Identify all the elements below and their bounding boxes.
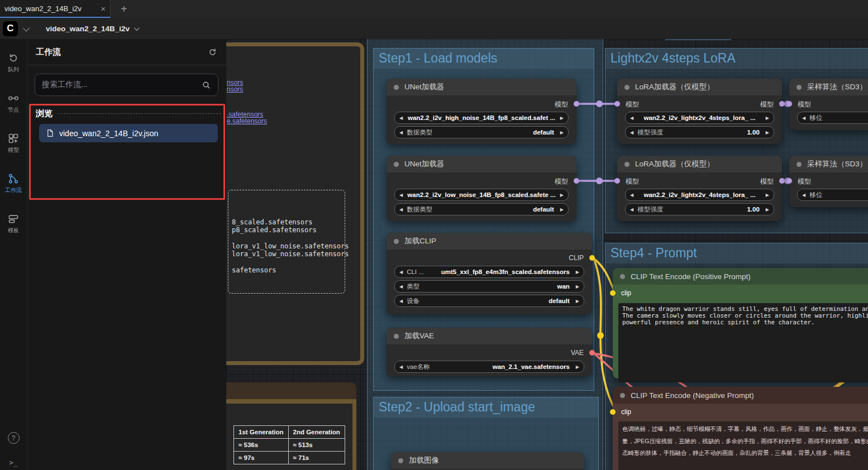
widget-left-arrow[interactable]: ◀ [399,299,403,304]
widget-left-arrow[interactable]: ◀ [399,207,403,212]
collapse-dot-icon[interactable] [620,393,625,398]
widget-left-arrow[interactable]: ◀ [630,116,633,121]
node-title-bar[interactable]: UNet加载器 [387,79,576,95]
node-title-bar[interactable]: 加载图像 [391,452,584,469]
node-title-bar[interactable]: CLIP Text Encode (Positive Prompt) [613,268,868,285]
node-load-image[interactable]: 加载图像 [391,452,584,470]
widget-right-arrow[interactable]: ▶ [766,116,769,121]
output-slot-模型[interactable] [574,101,579,107]
output-slot-模型[interactable] [574,178,579,184]
widget-移位[interactable]: ◀移位▶ [797,189,868,201]
widget-left-arrow[interactable]: ◀ [399,193,403,198]
input-slot-模型[interactable] [786,101,792,107]
widget-right-arrow[interactable]: ▶ [560,193,564,198]
widget-right-arrow[interactable]: ▶ [560,207,564,212]
node-sampler-sd3-2[interactable]: 采样算法（SD3）模型◀移位▶ [789,156,868,207]
widget-value[interactable]: ◀wan2.2_i2v_lightx2v_4steps_lora_ ...▶ [625,189,774,201]
widget-right-arrow[interactable]: ▶ [766,193,769,198]
widget-模型强度[interactable]: ◀模型强度1.00▶ [625,203,774,215]
chevron-down-icon[interactable] [23,24,30,31]
reroute-dot[interactable] [596,100,603,107]
chevron-down-icon[interactable] [134,25,140,31]
node-title-bar[interactable]: LoRA加载器（仅模型） [617,156,782,172]
collapse-dot-icon[interactable] [394,334,399,339]
collapse-dot-icon[interactable] [624,85,629,90]
new-tab-button[interactable]: + [111,0,137,18]
workflow-file-item[interactable]: video_wan2_2_14B_i2v.json [39,124,218,142]
reroute-dot[interactable] [596,178,603,184]
sidebar-item-models[interactable]: 模型 [0,127,27,160]
note-link[interactable]: nsors [227,85,243,93]
node-title-bar[interactable]: LoRA加载器（仅模型） [617,79,782,95]
widget-left-arrow[interactable]: ◀ [630,193,633,198]
node-title-bar[interactable]: 采样算法（SD3） [789,156,868,172]
help-icon[interactable]: ? [8,432,20,444]
terminal-icon[interactable]: >_ [9,458,18,467]
widget-right-arrow[interactable]: ▶ [560,116,564,121]
widget-right-arrow[interactable]: ▶ [576,270,579,275]
note-node-benchmark-header[interactable] [226,382,356,399]
widget-right-arrow[interactable]: ▶ [766,130,769,135]
collapse-dot-icon[interactable] [620,274,625,279]
widget-right-arrow[interactable]: ▶ [576,299,579,304]
collapse-dot-icon[interactable] [797,85,802,90]
node-unet-loader-2[interactable]: UNet加载器模型◀wan2.2_i2v_low_noise_14B_fp8_s… [387,156,576,221]
search-input[interactable]: 搜索工作流... [35,74,218,96]
refresh-icon[interactable] [208,47,217,57]
prompt-textarea[interactable]: 色调艳丽，过曝，静态，细节模糊不清，字幕，风格，作品，画作，画面，静止，整体发灰… [618,421,868,470]
sidebar-item-workflows[interactable]: 工作流 [0,167,27,200]
node-clip-text-positive[interactable]: CLIP Text Encode (Positive Prompt)clipTh… [613,268,868,378]
node-lora-loader-1[interactable]: LoRA加载器（仅模型）模型模型◀wan2.2_i2v_lightx2v_4st… [617,79,782,144]
widget-left-arrow[interactable]: ◀ [630,207,633,212]
widget-left-arrow[interactable]: ◀ [630,130,633,135]
widget-模型强度[interactable]: ◀模型强度1.00▶ [625,126,774,138]
widget-value[interactable]: ◀wan2.2_i2v_high_noise_14B_fp8_scaled.sa… [394,112,569,124]
widget-value[interactable]: ◀wan2.2_i2v_low_noise_14B_fp8_scaled.saf… [394,189,569,201]
node-title-bar[interactable]: 加载CLIP [387,233,592,250]
widget-left-arrow[interactable]: ◀ [802,193,805,198]
node-title-bar[interactable]: 加载VAE [387,328,592,344]
node-canvas[interactable]: Step1 - Load modelsStep2 - Upload start_… [226,39,868,470]
widget-right-arrow[interactable]: ▶ [766,207,769,212]
widget-left-arrow[interactable]: ◀ [802,116,805,121]
widget-vae名称[interactable]: ◀vae名称wan_2.1_vae.safetensors▶ [394,361,584,373]
node-sampler-sd3-1[interactable]: 采样算法（SD3）模型◀移位▶ [789,79,868,130]
widget-right-arrow[interactable]: ▶ [576,365,579,370]
collapse-dot-icon[interactable] [797,162,802,167]
node-unet-loader-1[interactable]: UNet加载器模型◀wan2.2_i2v_high_noise_14B_fp8_… [387,79,576,144]
workflow-name[interactable]: video_wan2_2_14B_i2v [46,25,130,33]
collapse-dot-icon[interactable] [398,458,403,463]
widget-left-arrow[interactable]: ◀ [399,116,403,121]
reroute-dot[interactable] [597,332,604,339]
widget-数据类型[interactable]: ◀数据类型default▶ [394,203,569,215]
collapse-dot-icon[interactable] [394,239,399,244]
output-slot-模型[interactable] [779,101,785,107]
node-title-bar[interactable]: 采样算法（SD3） [789,79,868,95]
widget-CLI ...[interactable]: ◀CLI ...umt5_xxl_fp8_e4m3fn_scaled.safet… [394,266,584,278]
widget-right-arrow[interactable]: ▶ [560,130,564,135]
widget-left-arrow[interactable]: ◀ [399,130,403,135]
widget-left-arrow[interactable]: ◀ [399,270,403,275]
node-load-vae[interactable]: 加载VAEVAE◀vae名称wan_2.1_vae.safetensors▶ [387,328,592,376]
sidebar-item-templates[interactable]: 模板 [0,208,27,240]
collapse-dot-icon[interactable] [624,162,629,167]
widget-value[interactable]: ◀wan2.2_i2v_lightx2v_4steps_lora_ ...▶ [625,112,774,124]
node-clip-text-negative[interactable]: CLIP Text Encode (Negative Prompt)clip色调… [613,387,868,470]
node-title-bar[interactable]: CLIP Text Encode (Negative Prompt) [613,387,868,404]
prompt-textarea[interactable]: The white dragon warrior stands still, e… [618,303,868,382]
note-link[interactable]: e.safetensors [227,117,267,125]
input-slot-clip[interactable] [610,290,616,296]
widget-left-arrow[interactable]: ◀ [399,284,403,289]
node-load-clip[interactable]: 加载CLIPCLIP◀CLI ...umt5_xxl_fp8_e4m3fn_sc… [387,233,592,314]
input-slot-模型[interactable] [614,101,620,107]
collapse-dot-icon[interactable] [394,162,399,167]
input-slot-模型[interactable] [786,178,792,184]
sidebar-item-nodes[interactable]: 节点 [0,87,27,119]
browser-tab[interactable]: video_wan2_2_14B_i2v × [0,0,111,18]
output-slot-模型[interactable] [779,178,785,184]
node-lora-loader-2[interactable]: LoRA加载器（仅模型）模型模型◀wan2.2_i2v_lightx2v_4st… [617,156,782,221]
widget-设备[interactable]: ◀设备default▶ [394,295,584,307]
output-slot-VAE[interactable] [589,350,595,356]
widget-数据类型[interactable]: ◀数据类型default▶ [394,126,569,138]
widget-移位[interactable]: ◀移位▶ [797,112,868,124]
